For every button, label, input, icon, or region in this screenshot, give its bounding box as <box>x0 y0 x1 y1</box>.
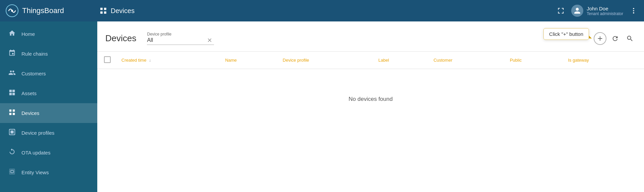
topbar-page-title-area: Devices <box>99 7 556 15</box>
sidebar-item-customers[interactable]: Customers <box>0 64 97 83</box>
layout: Home Rule chains Customers Assets Device… <box>0 21 644 192</box>
empty-state: No devices found <box>97 69 644 129</box>
add-icon <box>596 35 604 42</box>
customers-icon <box>8 69 16 78</box>
sidebar-item-devices[interactable]: Devices <box>0 103 97 123</box>
svg-rect-10 <box>10 130 13 133</box>
table-area: Created time ↓ Name Device profile Label <box>97 52 644 192</box>
rule-chains-icon <box>8 49 16 58</box>
label-column[interactable]: Label <box>373 52 428 69</box>
sidebar-item-home[interactable]: Home <box>0 24 97 44</box>
devices-icon <box>8 109 16 118</box>
sidebar-item-device-profiles[interactable]: Device profiles <box>0 123 97 143</box>
header-actions: Click "+" button <box>594 32 636 45</box>
add-device-button[interactable] <box>594 32 606 45</box>
entity-views-icon <box>8 168 16 177</box>
name-column[interactable]: Name <box>220 52 277 69</box>
device-profile-column[interactable]: Device profile <box>277 52 373 69</box>
avatar <box>571 5 583 17</box>
tooltip-text: Click "+" button <box>549 31 583 37</box>
sidebar-item-ota-updates[interactable]: OTA updates <box>0 143 97 163</box>
topbar: ThingsBoard Devices John Doe Tenant admi… <box>0 0 644 21</box>
sidebar-item-rule-chains[interactable]: Rule chains <box>0 44 97 64</box>
devices-table: Created time ↓ Name Device profile Label <box>97 52 644 129</box>
customer-label: Customer <box>433 58 452 63</box>
home-icon <box>8 29 16 39</box>
sidebar-item-rule-chains-label: Rule chains <box>21 51 48 57</box>
label-col-label: Label <box>378 58 389 63</box>
sidebar-item-device-profiles-label: Device profiles <box>21 130 54 136</box>
filter-input-row: All <box>147 37 214 45</box>
sidebar-item-assets[interactable]: Assets <box>0 83 97 103</box>
created-time-label: Created time <box>121 58 146 63</box>
app-logo: ThingsBoard <box>5 4 99 17</box>
select-all-column <box>97 52 116 69</box>
is-gateway-label: Is gateway <box>568 58 589 63</box>
user-icon <box>574 7 581 14</box>
ota-icon <box>8 148 16 157</box>
svg-rect-5 <box>104 11 106 14</box>
search-icon <box>626 35 634 42</box>
more-options-button[interactable] <box>629 6 639 16</box>
table-header: Created time ↓ Name Device profile Label <box>97 52 644 69</box>
sidebar: Home Rule chains Customers Assets Device… <box>0 21 97 192</box>
clear-filter-button[interactable] <box>205 37 214 43</box>
name-label: Name <box>225 58 237 63</box>
topbar-right: John Doe Tenant administrator <box>556 5 639 17</box>
fullscreen-button[interactable] <box>556 6 566 16</box>
user-role: Tenant administrator <box>587 11 623 16</box>
svg-rect-4 <box>100 11 103 14</box>
device-profiles-icon <box>8 128 16 137</box>
sidebar-item-entity-views-label: Entity Views <box>21 170 49 175</box>
device-profile-filter: Device profile All <box>147 32 214 45</box>
is-gateway-column[interactable]: Is gateway <box>563 52 644 69</box>
filter-label: Device profile <box>147 32 214 37</box>
page-title: Devices <box>105 33 136 44</box>
sidebar-item-entity-views[interactable]: Entity Views <box>0 163 97 182</box>
table-body: No devices found <box>97 69 644 130</box>
sidebar-item-ota-label: OTA updates <box>21 150 50 155</box>
topbar-page-title: Devices <box>111 7 135 15</box>
assets-icon <box>8 89 16 98</box>
refresh-icon <box>611 35 619 42</box>
sort-icon: ↓ <box>149 58 151 63</box>
user-name: John Doe <box>587 6 623 11</box>
device-profile-label-col: Device profile <box>283 58 309 63</box>
svg-point-1 <box>11 10 13 12</box>
sidebar-item-customers-label: Customers <box>21 71 46 76</box>
clear-icon <box>207 37 213 43</box>
svg-point-7 <box>633 10 634 11</box>
svg-rect-2 <box>100 8 103 10</box>
filter-value: All <box>147 37 203 43</box>
sidebar-item-devices-label: Devices <box>21 110 39 116</box>
customer-column[interactable]: Customer <box>428 52 504 69</box>
devices-header: Devices Device profile All Click "+" bu <box>97 21 644 52</box>
add-button-tooltip-container: Click "+" button <box>594 32 606 45</box>
refresh-button[interactable] <box>609 33 621 45</box>
public-label: Public <box>510 58 522 63</box>
empty-message: No devices found <box>348 96 392 103</box>
tooltip-bubble: Click "+" button <box>543 28 589 40</box>
svg-rect-3 <box>104 8 106 10</box>
logo-icon <box>5 4 19 17</box>
fullscreen-icon <box>557 7 565 14</box>
sidebar-item-home-label: Home <box>21 31 35 37</box>
sidebar-item-assets-label: Assets <box>21 90 37 96</box>
app-title: ThingsBoard <box>22 6 64 15</box>
public-column[interactable]: Public <box>504 52 563 69</box>
more-vert-icon <box>630 7 637 14</box>
user-info: John Doe Tenant administrator <box>587 6 623 16</box>
svg-point-6 <box>633 8 634 9</box>
user-menu[interactable]: John Doe Tenant administrator <box>571 5 623 17</box>
search-button[interactable] <box>624 33 636 45</box>
created-time-column[interactable]: Created time ↓ <box>116 52 220 69</box>
main-content: Devices Device profile All Click "+" bu <box>97 21 644 192</box>
select-all-checkbox[interactable] <box>104 56 111 63</box>
svg-point-8 <box>633 12 634 14</box>
devices-nav-icon <box>99 7 107 15</box>
